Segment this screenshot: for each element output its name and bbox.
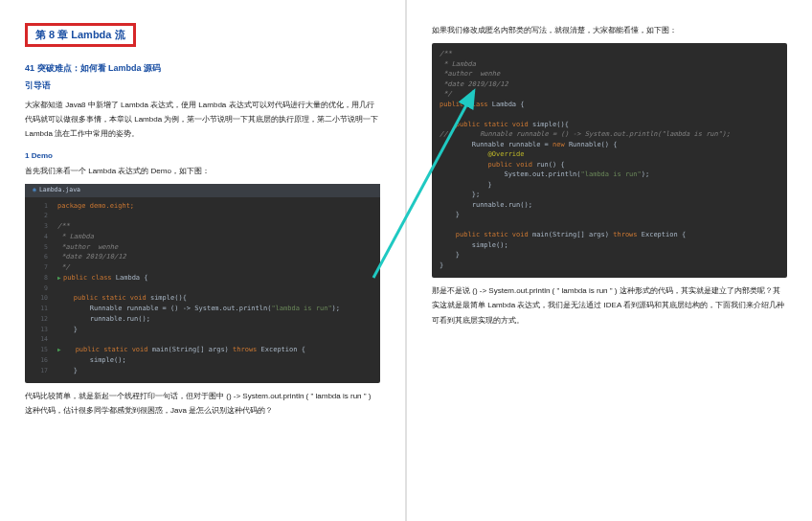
code-text: /**	[440, 50, 452, 57]
code-block-right: /** * Lambda *author wenhe *date 2019/10…	[432, 43, 787, 278]
code-text: *date 2019/10/12	[440, 80, 508, 88]
java-file-icon: ◉	[33, 186, 36, 193]
code-text: @Override	[488, 150, 525, 158]
code-text: */	[440, 90, 452, 98]
intro-label: 引导语	[25, 80, 380, 92]
intro-paragraph: 大家都知道 Java8 中新增了 Lambda 表达式，使用 Lambda 表达…	[25, 98, 380, 142]
code-text: package demo.eight;	[57, 202, 134, 210]
code-text: * Lambda	[57, 233, 94, 240]
editor-tab-bar: ◉Lambda.java	[25, 184, 380, 197]
demo-section-label: 1 Demo	[25, 151, 380, 160]
demo-intro-text: 首先我们来看一个 Lambda 表达式的 Demo，如下图：	[25, 164, 380, 178]
code-block-left: ◉Lambda.java 1package demo.eight; 2 3/**…	[25, 184, 380, 384]
code-text: * Lambda	[440, 60, 476, 68]
demo-outro-text: 代码比较简单，就是新起一个线程打印一句话，但对于图中 () -> System.…	[25, 389, 380, 418]
section-title: 41 突破难点：如何看 Lambda 源码	[25, 62, 380, 75]
code-text: */	[57, 263, 70, 271]
code-text: *author wenhe	[440, 70, 500, 78]
page-left: 第 8 章 Lambda 流 41 突破难点：如何看 Lambda 源码 引导语…	[0, 0, 406, 521]
right-top-text: 如果我们修改成匿名内部类的写法，就很清楚，大家都能看懂，如下图：	[432, 23, 787, 37]
right-outro-text: 那是不是说 () -> System.out.println ( " lambd…	[432, 283, 787, 328]
chapter-title: 第 8 章 Lambda 流	[35, 29, 125, 40]
code-text: // Runnable runnable = () -> System.out.…	[440, 130, 730, 138]
run-gutter-icon: ▶	[57, 345, 63, 353]
chapter-highlight-box: 第 8 章 Lambda 流	[25, 23, 136, 47]
page-right: 如果我们修改成匿名内部类的写法，就很清楚，大家都能看懂，如下图： /** * L…	[406, 0, 812, 521]
code-text: /**	[57, 222, 70, 230]
tab-filename: Lambda.java	[39, 186, 80, 193]
code-text: *author wenhe	[57, 243, 118, 251]
code-text: *date 2019/10/12	[57, 253, 126, 260]
